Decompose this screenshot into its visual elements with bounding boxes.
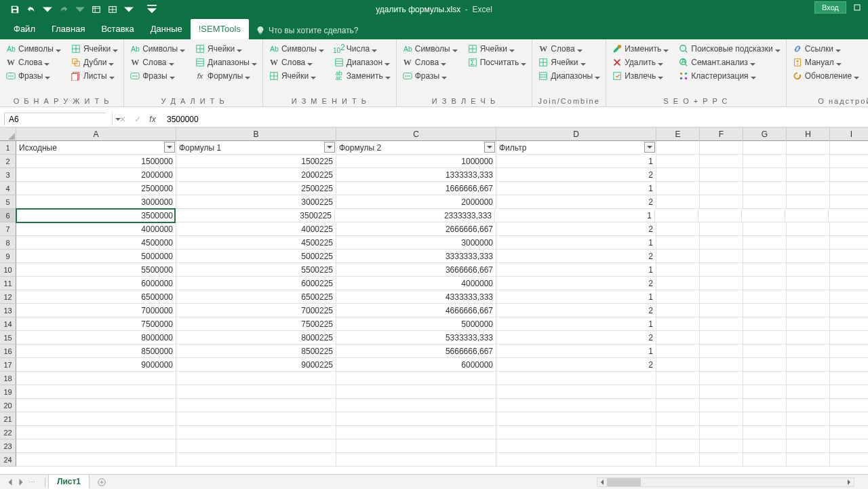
cell-E14[interactable] bbox=[656, 317, 700, 331]
name-box[interactable] bbox=[5, 113, 115, 125]
cell-A20[interactable] bbox=[16, 399, 176, 412]
cell-I7[interactable] bbox=[830, 222, 868, 236]
cell-G9[interactable] bbox=[743, 250, 787, 263]
cell-A18[interactable] bbox=[16, 372, 176, 385]
scroll-thumb[interactable] bbox=[607, 478, 641, 486]
cell-E12[interactable] bbox=[656, 290, 700, 304]
cell-B24[interactable] bbox=[176, 453, 336, 467]
cell-H1[interactable] bbox=[787, 141, 830, 155]
cell-C7[interactable]: 2666666,667 bbox=[336, 222, 496, 236]
cell-I22[interactable] bbox=[830, 426, 868, 439]
cell-B17[interactable]: 9000225 bbox=[176, 358, 336, 372]
cell-A5[interactable]: 3000000 bbox=[16, 195, 176, 209]
cell-F10[interactable] bbox=[700, 263, 743, 277]
ribbon-мануал-button[interactable]: Мануал bbox=[791, 56, 861, 69]
cell-A23[interactable] bbox=[16, 439, 176, 453]
ribbon-слова-button[interactable]: WСлова bbox=[536, 43, 601, 55]
cell-F7[interactable] bbox=[700, 222, 743, 236]
cell-B15[interactable]: 8000225 bbox=[176, 331, 336, 345]
cell-F24[interactable] bbox=[700, 453, 743, 467]
cell-H6[interactable] bbox=[785, 209, 829, 222]
cell-E5[interactable] bbox=[656, 195, 700, 209]
cell-F4[interactable] bbox=[700, 182, 743, 195]
cell-H14[interactable] bbox=[787, 317, 830, 331]
cell-G7[interactable] bbox=[743, 222, 787, 236]
cell-G17[interactable] bbox=[743, 358, 787, 372]
cell-B16[interactable]: 8500225 bbox=[176, 345, 336, 358]
cell-A17[interactable]: 9000000 bbox=[16, 358, 176, 372]
cell-H13[interactable] bbox=[787, 304, 830, 317]
cell-A11[interactable]: 6000000 bbox=[16, 277, 176, 290]
row-header-17[interactable]: 17 bbox=[0, 358, 16, 372]
cell-B9[interactable]: 5000225 bbox=[176, 250, 336, 263]
cell-A12[interactable]: 6500000 bbox=[16, 290, 176, 304]
cell-D22[interactable] bbox=[496, 426, 656, 439]
cell-G1[interactable] bbox=[743, 141, 787, 155]
row-header-21[interactable]: 21 bbox=[0, 412, 16, 426]
redo-dropdown-icon[interactable] bbox=[73, 3, 87, 16]
select-all-corner[interactable] bbox=[0, 128, 16, 141]
cell-A8[interactable]: 4500000 bbox=[16, 236, 176, 250]
cell-E13[interactable] bbox=[656, 304, 700, 317]
cell-F14[interactable] bbox=[700, 317, 743, 331]
cell-A22[interactable] bbox=[16, 426, 176, 439]
cell-B6[interactable]: 3500225 bbox=[175, 209, 335, 222]
row-header-20[interactable]: 20 bbox=[0, 399, 16, 412]
cell-C24[interactable] bbox=[336, 453, 496, 467]
cell-G24[interactable] bbox=[743, 453, 787, 467]
cell-I4[interactable] bbox=[830, 182, 868, 195]
cell-F3[interactable] bbox=[700, 168, 743, 182]
column-header-A[interactable]: A bbox=[16, 128, 176, 141]
cell-B14[interactable]: 7500225 bbox=[176, 317, 336, 331]
cell-A2[interactable]: 1500000 bbox=[16, 155, 176, 168]
ribbon-ячейки-button[interactable]: Ячейки bbox=[536, 56, 601, 69]
cell-A4[interactable]: 2500000 bbox=[16, 182, 176, 195]
cell-H16[interactable] bbox=[787, 345, 830, 358]
cell-G19[interactable] bbox=[743, 385, 787, 399]
cell-B11[interactable]: 6000225 bbox=[176, 277, 336, 290]
cell-F9[interactable] bbox=[700, 250, 743, 263]
cell-F17[interactable] bbox=[700, 358, 743, 372]
filter-dropdown-icon[interactable] bbox=[644, 142, 655, 153]
cell-B4[interactable]: 2500225 bbox=[176, 182, 336, 195]
cell-I6[interactable] bbox=[829, 209, 868, 222]
cell-E11[interactable] bbox=[656, 277, 700, 290]
filter-dropdown-icon[interactable] bbox=[164, 142, 175, 153]
cell-G21[interactable] bbox=[743, 412, 787, 426]
cell-A7[interactable]: 4000000 bbox=[16, 222, 176, 236]
cell-D1[interactable]: Фильтр bbox=[496, 141, 656, 155]
cell-B8[interactable]: 4500225 bbox=[176, 236, 336, 250]
ribbon-фразы-button[interactable]: Фразы bbox=[401, 70, 459, 82]
cell-C1[interactable]: Формулы 2 bbox=[336, 141, 496, 155]
cell-D20[interactable] bbox=[496, 399, 656, 412]
cell-D3[interactable]: 2 bbox=[496, 168, 656, 182]
ribbon-диапазоны-button[interactable]: Диапазоны bbox=[536, 70, 601, 82]
row-header-13[interactable]: 13 bbox=[0, 304, 16, 317]
redo-icon[interactable] bbox=[57, 3, 71, 16]
cell-B13[interactable]: 7000225 bbox=[176, 304, 336, 317]
ribbon-фразы-button[interactable]: Фразы bbox=[128, 70, 186, 82]
cell-A14[interactable]: 7500000 bbox=[16, 317, 176, 331]
sheet-nav-next-icon[interactable] bbox=[16, 477, 26, 487]
row-header-6[interactable]: 6 bbox=[0, 209, 16, 222]
cell-C20[interactable] bbox=[336, 399, 496, 412]
row-header-7[interactable]: 7 bbox=[0, 222, 16, 236]
cell-D19[interactable] bbox=[496, 385, 656, 399]
formula-input[interactable] bbox=[163, 111, 868, 127]
cell-I24[interactable] bbox=[830, 453, 868, 467]
row-header-12[interactable]: 12 bbox=[0, 290, 16, 304]
ribbon-семант.анализ-button[interactable]: AСемант.анализ bbox=[677, 56, 782, 69]
cell-B22[interactable] bbox=[176, 426, 336, 439]
fx-icon[interactable]: fx bbox=[146, 113, 159, 125]
cell-A3[interactable]: 2000000 bbox=[16, 168, 176, 182]
cell-G10[interactable] bbox=[743, 263, 787, 277]
tab-semtools[interactable]: !SEMTools bbox=[191, 19, 249, 39]
ribbon-заменить-button[interactable]: abacЗаменить bbox=[332, 70, 392, 82]
cell-E24[interactable] bbox=[656, 453, 700, 467]
cell-H17[interactable] bbox=[787, 358, 830, 372]
cell-B18[interactable] bbox=[176, 372, 336, 385]
cell-G20[interactable] bbox=[743, 399, 787, 412]
ribbon-листы-button[interactable]: Листы bbox=[69, 70, 119, 82]
cell-H22[interactable] bbox=[787, 426, 830, 439]
cell-A16[interactable]: 8500000 bbox=[16, 345, 176, 358]
